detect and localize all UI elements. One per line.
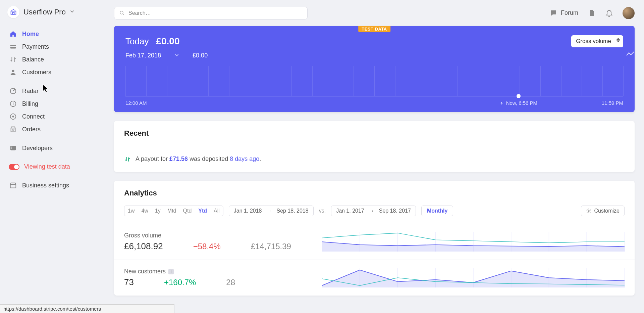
range-to: Sep 18, 2018 — [276, 208, 308, 214]
metric-selector[interactable]: Gross volume — [571, 35, 623, 47]
sidebar-item-balance[interactable]: Balance — [0, 53, 114, 66]
avatar[interactable] — [623, 7, 635, 19]
range-to: Sep 18, 2017 — [379, 208, 411, 214]
sidebar-item-orders[interactable]: Orders — [0, 123, 114, 136]
period-segments: 1w4w1yMtdQtdYtdAll — [124, 206, 223, 216]
docs-icon[interactable] — [588, 9, 596, 17]
store-icon — [9, 182, 17, 189]
payout-amount-link[interactable]: £71.56 — [169, 155, 188, 162]
date-range-compare[interactable]: Jan 1, 2017 → Sep 18, 2017 — [331, 206, 416, 216]
segment-1y[interactable]: 1y — [152, 206, 164, 216]
sidebar-item-label: Developers — [22, 145, 53, 152]
stat-delta: −58.4% — [193, 242, 221, 251]
transfer-icon — [124, 156, 131, 163]
date-range-current[interactable]: Jan 1, 2018 → Sep 18, 2018 — [229, 206, 314, 216]
sidebar-item-business-settings[interactable]: Business settings — [0, 179, 114, 192]
segment-all[interactable]: All — [210, 206, 223, 216]
stat-delta: +160.7% — [164, 278, 196, 287]
vs-label: vs. — [319, 208, 326, 214]
granularity-label: Monthly — [427, 208, 447, 214]
svg-point-10 — [588, 210, 589, 212]
toggle-icon — [9, 164, 19, 170]
axis-now: Now, 6:56 PM — [500, 100, 537, 106]
comparison-value: £0.00 — [193, 52, 208, 59]
sidebar-item-label: Connect — [22, 113, 45, 120]
payout-time-link[interactable]: 8 days ago — [230, 155, 259, 162]
sidebar-item-developers[interactable]: Developers — [0, 142, 114, 154]
customize-label: Customize — [594, 208, 620, 214]
analytics-row[interactable]: New customers i 73 +160.7% 28 — [114, 260, 635, 296]
search-input[interactable]: Search… — [114, 7, 308, 19]
account-switcher[interactable]: Userflow Pro — [0, 6, 114, 28]
developers-icon — [9, 144, 17, 152]
stat-compare: £14,715.39 — [251, 242, 291, 251]
lightning-icon — [500, 101, 504, 105]
analytics-row[interactable]: Gross volume £6,108.92 −58.4% £14,715.39 — [114, 224, 635, 260]
segment-qtd[interactable]: Qtd — [179, 206, 195, 216]
segment-4w[interactable]: 4w — [138, 206, 151, 216]
chevron-down-icon — [70, 9, 74, 15]
bell-icon[interactable] — [605, 9, 613, 17]
test-data-label: Viewing test data — [24, 163, 70, 170]
stat-name: New customers i — [124, 268, 312, 275]
test-data-toggle[interactable]: Viewing test data — [0, 161, 114, 173]
radar-icon — [9, 87, 17, 95]
segment-mtd[interactable]: Mtd — [164, 206, 180, 216]
arrow-right-icon: → — [266, 208, 272, 214]
payments-icon — [9, 43, 17, 50]
range-from: Jan 1, 2017 — [336, 208, 364, 214]
gear-icon — [586, 208, 591, 214]
browser-status-bar: https://dashboard.stripe.com/test/custom… — [0, 304, 174, 313]
sidebar-item-connect[interactable]: Connect — [0, 110, 114, 123]
search-placeholder: Search… — [128, 10, 151, 16]
customers-icon — [9, 69, 17, 76]
stat-compare: 28 — [226, 278, 235, 287]
forum-label: Forum — [561, 9, 578, 16]
sidebar-item-payments[interactable]: Payments — [0, 40, 114, 53]
search-icon — [119, 10, 125, 16]
range-from: Jan 1, 2018 — [234, 208, 262, 214]
today-value: £0.00 — [156, 36, 179, 47]
stat-name: Gross volume — [124, 232, 312, 239]
sidebar-item-label: Orders — [22, 126, 41, 133]
sidebar-item-billing[interactable]: Billing — [0, 97, 114, 110]
home-icon — [9, 30, 17, 38]
header: Search… Forum — [114, 0, 644, 26]
orders-icon — [9, 126, 17, 133]
customize-button[interactable]: Customize — [581, 206, 625, 216]
chat-icon — [549, 9, 557, 17]
recent-item[interactable]: A payout for £71.56 was deposited 8 days… — [114, 146, 635, 172]
comparison-date[interactable]: Feb 17, 2018 — [125, 52, 161, 59]
sidebar-item-label: Billing — [22, 100, 38, 107]
analytics-card: Analytics 1w4w1yMtdQtdYtdAll Jan 1, 2018… — [114, 181, 635, 296]
recent-text: A payout for £71.56 was deposited 8 days… — [136, 155, 261, 163]
stat-value: 73 — [124, 277, 134, 287]
analytics-title: Analytics — [114, 181, 635, 206]
today-card: TEST DATA Today £0.00 Gross volume Feb 1… — [114, 26, 635, 112]
segment-ytd[interactable]: Ytd — [195, 206, 210, 216]
metric-selector-label: Gross volume — [576, 38, 611, 45]
sidebar-item-label: Business settings — [22, 182, 69, 189]
today-chart: 12:00 AM 11:59 PM Now, 6:56 PM — [125, 65, 623, 105]
segment-1w[interactable]: 1w — [124, 206, 138, 216]
line-chart-icon[interactable] — [626, 51, 635, 59]
stat-value: £6,108.92 — [124, 241, 163, 252]
sidebar-item-label: Radar — [22, 88, 39, 95]
sparkline — [322, 232, 625, 252]
sidebar-item-label: Customers — [22, 69, 51, 76]
app-logo — [7, 6, 19, 18]
arrow-right-icon: → — [369, 208, 374, 214]
svg-point-3 — [12, 70, 14, 72]
sidebar-item-home[interactable]: Home — [0, 28, 114, 40]
sidebar-item-radar[interactable]: Radar — [0, 85, 114, 97]
sidebar-item-label: Balance — [22, 56, 44, 63]
axis-start: 12:00 AM — [125, 100, 147, 106]
forum-link[interactable]: Forum — [549, 9, 578, 17]
today-label: Today — [125, 36, 149, 47]
balance-icon — [9, 56, 17, 63]
granularity-selector[interactable]: Monthly — [421, 206, 453, 216]
sidebar-item-customers[interactable]: Customers — [0, 66, 114, 79]
axis-end: 11:59 PM — [602, 100, 623, 106]
app-name: Userflow Pro — [23, 8, 66, 16]
main: TEST DATA Today £0.00 Gross volume Feb 1… — [114, 26, 635, 296]
